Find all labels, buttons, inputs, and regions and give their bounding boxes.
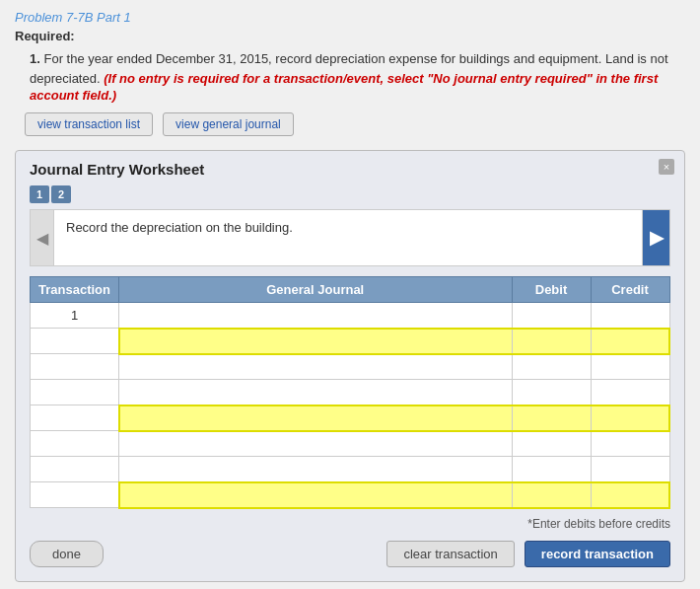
credit-cell[interactable] (591, 354, 669, 380)
transaction-cell (31, 329, 119, 354)
debit-cell[interactable] (512, 405, 591, 431)
table-row (31, 354, 670, 380)
table-row (31, 380, 670, 405)
view-general-journal-button[interactable]: view general journal (163, 112, 294, 136)
description-text: Record the depreciation on the building. (54, 210, 642, 265)
gj-cell[interactable] (119, 482, 513, 508)
transaction-cell (31, 405, 119, 431)
credit-cell[interactable] (591, 457, 669, 482)
credit-cell[interactable] (591, 329, 669, 354)
done-button[interactable]: done (30, 541, 104, 567)
required-label: Required: (15, 29, 685, 43)
credit-cell[interactable] (591, 380, 669, 405)
debit-cell[interactable] (512, 354, 591, 380)
table-row (31, 405, 670, 431)
bottom-buttons: done clear transaction record transactio… (30, 541, 670, 567)
gj-cell[interactable] (119, 354, 513, 380)
page-tabs: 1 2 (30, 185, 670, 203)
gj-cell[interactable] (119, 329, 513, 354)
debit-cell[interactable] (512, 482, 591, 508)
debit-cell[interactable] (512, 380, 591, 405)
clear-transaction-button[interactable]: clear transaction (386, 541, 514, 567)
transaction-header: Transaction (31, 277, 119, 303)
transaction-cell (31, 431, 119, 457)
table-row: 1 (31, 303, 670, 329)
credit-header: Credit (591, 277, 669, 303)
nav-arrow-right-icon[interactable]: ▶ (642, 210, 669, 265)
table-row (31, 329, 670, 354)
close-icon[interactable]: × (659, 159, 674, 175)
credit-cell[interactable] (591, 303, 669, 329)
page-tab-1[interactable]: 1 (30, 185, 49, 203)
gj-cell[interactable] (119, 303, 513, 329)
debit-cell[interactable] (512, 329, 591, 354)
gj-cell[interactable] (119, 431, 513, 457)
hint-text: *Enter debits before credits (30, 517, 670, 531)
debit-header: Debit (512, 277, 591, 303)
transaction-cell (31, 354, 119, 380)
record-transaction-button[interactable]: record transaction (525, 541, 670, 567)
transaction-cell: 1 (31, 303, 119, 329)
modal-title: Journal Entry Worksheet (30, 161, 670, 178)
credit-cell[interactable] (591, 482, 669, 508)
nav-arrow-left-icon[interactable]: ◀ (31, 210, 54, 265)
journal-entry-worksheet: Journal Entry Worksheet × 1 2 ◀ Record t… (15, 150, 685, 582)
debit-cell[interactable] (512, 457, 591, 482)
journal-table: Transaction General Journal Debit Credit… (30, 276, 670, 509)
page-tab-2[interactable]: 2 (51, 185, 71, 203)
debit-cell[interactable] (512, 303, 591, 329)
debit-cell[interactable] (512, 431, 591, 457)
table-row (31, 482, 670, 508)
gj-cell[interactable] (119, 457, 513, 482)
transaction-cell (31, 380, 119, 405)
gj-cell[interactable] (119, 405, 513, 431)
transaction-cell (31, 457, 119, 482)
description-row: ◀ Record the depreciation on the buildin… (30, 209, 670, 266)
instruction-number: 1. (30, 51, 40, 66)
general-journal-header: General Journal (119, 277, 513, 303)
instruction-red-text: (If no entry is required for a transacti… (30, 71, 658, 104)
table-row (31, 457, 670, 482)
view-transaction-list-button[interactable]: view transaction list (25, 112, 153, 136)
transaction-cell (31, 482, 119, 508)
table-row (31, 431, 670, 457)
gj-cell[interactable] (119, 380, 513, 405)
credit-cell[interactable] (591, 405, 669, 431)
credit-cell[interactable] (591, 431, 669, 457)
problem-title: Problem 7-7B Part 1 (15, 10, 685, 25)
